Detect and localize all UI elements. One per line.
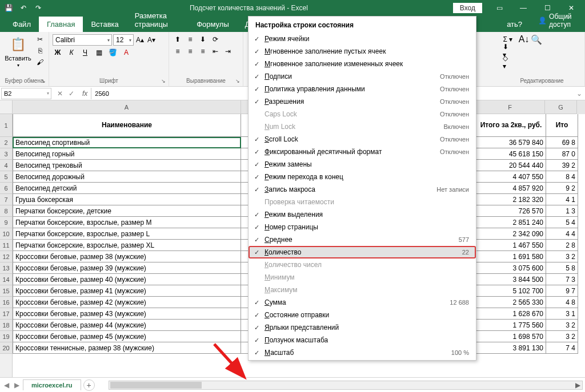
- decrease-font-icon[interactable]: A▾: [146, 35, 157, 45]
- cell[interactable]: Велосипед детский: [13, 183, 241, 194]
- cell[interactable]: Кроссовки беговые, размер 38 (мужские): [13, 251, 241, 262]
- context-menu-item[interactable]: Caps LockОтключен: [249, 108, 476, 120]
- cell[interactable]: Кроссовки беговые, размер 42 (мужские): [13, 297, 241, 308]
- context-menu-item[interactable]: ✓Мгновенное заполнение пустых ячеек: [249, 45, 476, 58]
- row-header[interactable]: 8: [0, 205, 12, 217]
- cell[interactable]: 87 0: [546, 148, 578, 160]
- tab-home[interactable]: Главная: [39, 17, 83, 32]
- new-sheet-button[interactable]: +: [83, 379, 95, 391]
- context-menu-item[interactable]: ✓Состояние отправки: [249, 309, 476, 321]
- save-icon[interactable]: 💾: [2, 2, 15, 14]
- row-header[interactable]: 7: [0, 194, 12, 205]
- cell[interactable]: 4 407 550: [476, 171, 546, 183]
- cell[interactable]: 20 544 440: [476, 160, 546, 171]
- row-header[interactable]: 14: [0, 274, 12, 285]
- cell[interactable]: Груша боксерская: [13, 194, 241, 205]
- cell[interactable]: 36 579 840: [476, 137, 546, 148]
- horizontal-scrollbar[interactable]: ◀ ▶: [109, 381, 583, 390]
- cell[interactable]: 2 182 320: [476, 194, 546, 205]
- cell[interactable]: 69 8: [546, 137, 578, 148]
- context-menu-item[interactable]: ✓Сумма12 688: [249, 296, 476, 309]
- cell[interactable]: 2 342 090: [476, 228, 546, 240]
- col-header-g[interactable]: G: [545, 100, 577, 114]
- align-left-icon[interactable]: ≡: [173, 46, 183, 56]
- cell[interactable]: 4 1: [546, 194, 578, 205]
- align-right-icon[interactable]: ≡: [198, 46, 208, 56]
- cell[interactable]: 1 467 550: [476, 240, 546, 251]
- font-dialog-launcher[interactable]: ↘: [159, 77, 167, 85]
- font-name-combo[interactable]: Calibri: [53, 34, 112, 46]
- scroll-right-icon[interactable]: ▶: [573, 381, 582, 389]
- tab-insert[interactable]: Вставка: [83, 17, 126, 32]
- context-menu-item[interactable]: Num LockВключен: [249, 120, 476, 133]
- undo-icon[interactable]: ↶: [17, 2, 30, 14]
- col-header-f[interactable]: F: [475, 100, 545, 114]
- fx-icon[interactable]: fx: [79, 90, 91, 98]
- login-button[interactable]: Вход: [453, 3, 482, 13]
- cell[interactable]: 1 3: [546, 205, 578, 217]
- row-header[interactable]: 18: [0, 320, 12, 331]
- context-menu-item[interactable]: ✓РазрешенияОтключен: [249, 95, 476, 108]
- row-header[interactable]: 1: [0, 114, 12, 137]
- cell[interactable]: 3 891 130: [476, 342, 546, 354]
- cell[interactable]: 45 618 150: [476, 148, 546, 160]
- row-header[interactable]: 9: [0, 217, 12, 228]
- cell[interactable]: 1 691 580: [476, 251, 546, 262]
- align-middle-icon[interactable]: ≡: [185, 34, 195, 45]
- clear-icon[interactable]: ◇ ▾: [503, 57, 513, 67]
- ribbon-options-icon[interactable]: ▭: [488, 2, 511, 14]
- cell[interactable]: 726 570: [476, 205, 546, 217]
- cell[interactable]: Велосипед трековый: [13, 160, 241, 171]
- context-menu-item[interactable]: ✓Scroll LockОтключен: [249, 133, 476, 146]
- header-cell[interactable]: Ито: [546, 114, 578, 137]
- cell[interactable]: 3 2: [546, 320, 578, 331]
- cell[interactable]: 3 844 500: [476, 274, 546, 285]
- tab-tell-me[interactable]: ать?: [499, 17, 530, 32]
- context-menu-item[interactable]: ✓ПодписиОтключен: [249, 70, 476, 83]
- row-header[interactable]: 19: [0, 331, 12, 342]
- cell[interactable]: Кроссовки беговые, размер 41 (мужские): [13, 285, 241, 297]
- header-cell[interactable]: Итого за 2кв., руб.: [476, 114, 546, 137]
- cell[interactable]: Кроссовки беговые, размер 43 (мужские): [13, 308, 241, 320]
- context-menu-item[interactable]: Проверка читаемости: [249, 196, 476, 208]
- cell[interactable]: 5 8: [546, 262, 578, 274]
- cell[interactable]: Кроссовки беговые, размер 39 (мужские): [13, 262, 241, 274]
- cell[interactable]: Велосипед горный: [13, 148, 241, 160]
- row-header[interactable]: 10: [0, 228, 12, 240]
- sort-filter-icon[interactable]: A↓: [519, 34, 529, 45]
- context-menu-item[interactable]: Количество чисел: [249, 258, 476, 271]
- italic-icon[interactable]: К: [66, 47, 77, 58]
- context-menu-item[interactable]: ✓Политика управления даннымиОтключен: [249, 83, 476, 95]
- cell[interactable]: 9 7: [546, 285, 578, 297]
- cell[interactable]: Перчатки боксерские, взрослые, размер L: [13, 228, 241, 240]
- expand-formula-bar-icon[interactable]: ⌄: [574, 90, 585, 98]
- increase-font-icon[interactable]: A▴: [135, 35, 145, 45]
- row-header[interactable]: 5: [0, 171, 12, 183]
- row-header[interactable]: 12: [0, 251, 12, 262]
- cell[interactable]: Перчатки боксерские, детские: [13, 205, 241, 217]
- context-menu-item[interactable]: ✓Номер страницы: [249, 221, 476, 233]
- row-header[interactable]: 6: [0, 183, 12, 194]
- row-header[interactable]: 15: [0, 285, 12, 297]
- enter-formula-icon[interactable]: ✓: [66, 90, 77, 98]
- cell[interactable]: 7 4: [546, 342, 578, 354]
- indent-dec-icon[interactable]: ⇤: [210, 46, 221, 56]
- scrollbar-thumb[interactable]: [110, 382, 202, 389]
- context-menu-item[interactable]: ✓Режим замены: [249, 158, 476, 171]
- font-size-combo[interactable]: 12: [113, 34, 134, 46]
- row-header[interactable]: 17: [0, 308, 12, 320]
- fill-color-icon[interactable]: 🪣: [107, 47, 118, 58]
- share-button[interactable]: 👤 Общий доступ: [530, 9, 585, 32]
- cell[interactable]: 2 851 240: [476, 217, 546, 228]
- cell[interactable]: 3 2: [546, 251, 578, 262]
- row-header[interactable]: 4: [0, 160, 12, 171]
- cell[interactable]: Кроссовки беговые, размер 40 (мужские): [13, 274, 241, 285]
- context-menu-item[interactable]: ✓Среднее577: [249, 233, 476, 246]
- orientation-icon[interactable]: ⟳: [210, 34, 221, 45]
- context-menu-item[interactable]: ✓Ползунок масштаба: [249, 334, 476, 346]
- align-top-icon[interactable]: ⬆: [173, 34, 183, 45]
- alignment-dialog-launcher[interactable]: ↘: [234, 77, 242, 85]
- select-all-triangle[interactable]: [0, 100, 12, 114]
- cell[interactable]: 9 2: [546, 183, 578, 194]
- context-menu-item[interactable]: Максимум: [249, 284, 476, 296]
